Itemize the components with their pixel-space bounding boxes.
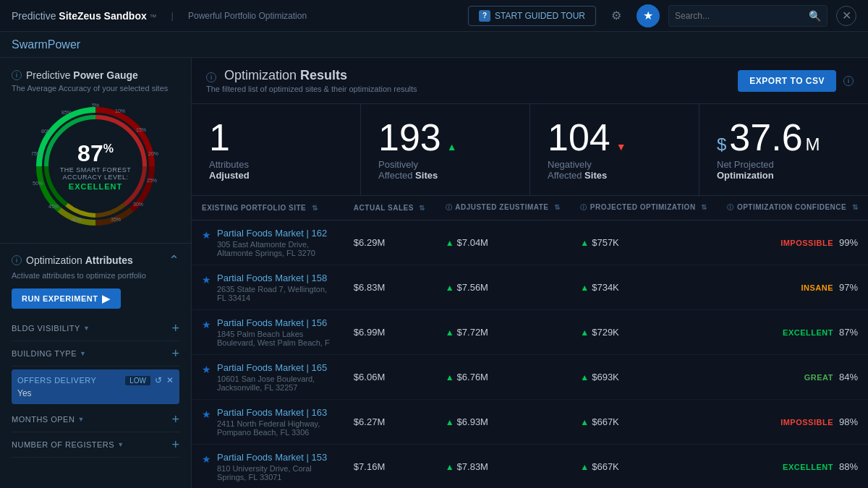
results-subtitle: The filtered list of optimized sites & t… (206, 85, 417, 93)
confidence-label-0: IMPOSSIBLE (780, 239, 833, 247)
attr-subtitle: Activate attributes to optimize portfoli… (12, 271, 179, 280)
site-name-cell-3: ★ Partial Foods Market | 165 10601 San J… (192, 355, 344, 400)
site-address-0: 305 East Altamonte Drive, Altamonte Spri… (217, 240, 333, 257)
star-icon-4[interactable]: ★ (202, 408, 211, 420)
stat-positively-affected: 193 ▲ Positively Affected Sites (361, 104, 530, 195)
user-icon-button[interactable]: ★ (637, 4, 660, 27)
settings-icon-button[interactable]: ⚙ (605, 4, 628, 27)
offers-delivery-reset-button[interactable]: ↺ (155, 375, 162, 385)
proj-trend-icon-0: ▲ (580, 238, 589, 248)
results-header-info-icon[interactable]: i (843, 76, 854, 86)
stat-label-4: Net Projected Optimization (717, 159, 851, 181)
star-icon-1[interactable]: ★ (202, 274, 211, 286)
attr-active-controls: LOW ↺ ✕ (125, 375, 174, 385)
run-experiment-button[interactable]: RUN EXPERIMENT ▶ (12, 288, 121, 309)
site-address-1: 2635 State Road 7, Wellington, FL 33414 (217, 285, 333, 302)
gauge-section-header: i Predictive Power Gauge (12, 69, 179, 81)
attr-title: Optimization Attributes (26, 254, 133, 266)
proj-value-2: $729K (592, 327, 619, 338)
stat-label-bottom-2: Sites (415, 170, 438, 181)
table-row: ★ Partial Foods Market | 156 1845 Palm B… (192, 310, 868, 355)
proj-value-1: $734K (592, 282, 619, 293)
adjusted-trend-icon-3: ▲ (446, 372, 454, 382)
stat-value-4: 37.6 (729, 119, 802, 156)
attr-label-text-bldg-visibility: BLDG VISIBILITY (12, 324, 80, 333)
adjusted-value-1: $7.56M (457, 282, 488, 293)
site-name-cell-4: ★ Partial Foods Market | 163 2411 North … (192, 400, 344, 445)
adjusted-value-5: $7.83M (457, 461, 488, 472)
confidence-label-4: IMPOSSIBLE (780, 418, 833, 427)
site-name-3[interactable]: Partial Foods Market | 165 (217, 362, 333, 373)
add-months-open-button[interactable]: + (171, 413, 179, 426)
gauge-section: i Predictive Power Gauge The Average Acc… (0, 58, 191, 244)
adjusted-trend-icon-2: ▲ (446, 328, 454, 338)
proj-trend-icon-4: ▲ (580, 417, 589, 427)
stat-label-bottom-1: Adjusted (209, 170, 250, 181)
th-actual-sales[interactable]: ACTUAL SALES ⇅ (344, 196, 435, 221)
th-adjusted-zeustimate[interactable]: ⓘADJUSTED ZEUSTIMATE ⇅ (435, 196, 571, 221)
export-to-csv-button[interactable]: EXPORT TO CSV (738, 70, 836, 92)
guided-tour-button[interactable]: ? START GUIDED TOUR (468, 6, 596, 26)
secondary-bar: SwarmPower (0, 32, 868, 58)
stat-net-projected: $ 37.6 M Net Projected Optimization (699, 104, 868, 195)
offers-delivery-remove-button[interactable]: ✕ (166, 375, 174, 385)
site-name-0[interactable]: Partial Foods Market | 162 (217, 228, 333, 239)
th-existing-portfolio-site[interactable]: EXISTING PORTFOLIO SITE ⇅ (192, 196, 344, 221)
stat-label-top-3: Negatively (548, 159, 592, 170)
confidence-cell-3: GREAT 84% (717, 355, 868, 400)
svg-text:80%: 80% (41, 129, 51, 134)
star-icon-5[interactable]: ★ (202, 453, 211, 465)
star-icon-3[interactable]: ★ (202, 364, 211, 375)
star-icon-2[interactable]: ★ (202, 319, 211, 330)
chevron-icon-bldg-visibility: ▼ (83, 325, 90, 332)
attr-label-building-type: BUILDING TYPE ▼ (12, 349, 86, 358)
confidence-pct-5: 88% (839, 461, 858, 472)
th-info-icon-projected: ⓘ (580, 204, 587, 211)
star-icon-0[interactable]: ★ (202, 229, 211, 241)
attr-title-optimization: Optimization (26, 254, 82, 266)
svg-text:20%: 20% (148, 151, 158, 156)
add-number-registers-button[interactable]: + (171, 438, 179, 451)
gauge-container: 5% 10% 15% 20% 25% 30% 35% 40% 45% 50% 7… (12, 101, 179, 231)
site-address-4: 2411 North Federal Highway, Pompano Beac… (217, 419, 333, 437)
projected-optimization-0: ▲ $757K (570, 221, 717, 265)
site-name-2[interactable]: Partial Foods Market | 156 (217, 317, 333, 328)
table-row: ★ Partial Foods Market | 165 10601 San J… (192, 355, 868, 400)
attr-label-text-number-registers: NUMBER OF REGISTERS (12, 440, 114, 449)
gauge-info-icon[interactable]: i (12, 70, 22, 80)
add-bldg-visibility-button[interactable]: + (171, 322, 179, 335)
site-name-4[interactable]: Partial Foods Market | 163 (217, 407, 333, 418)
stat-label-top-4: Net Projected (717, 159, 774, 170)
sort-icon-confidence: ⇅ (852, 203, 859, 211)
confidence-label-5: EXCELLENT (783, 463, 833, 471)
site-address-2: 1845 Palm Beach Lakes Boulevard, West Pa… (217, 330, 333, 347)
search-input[interactable] (675, 11, 809, 21)
attr-collapse-icon[interactable]: ⌃ (169, 252, 179, 268)
adjusted-value-4: $6.93M (457, 416, 488, 427)
chevron-icon-number-registers: ▼ (117, 441, 124, 448)
svg-text:25%: 25% (147, 178, 157, 183)
th-projected-optimization[interactable]: ⓘPROJECTED OPTIMIZATION ⇅ (570, 196, 717, 221)
site-name-cell-2: ★ Partial Foods Market | 156 1845 Palm B… (192, 310, 344, 355)
projected-optimization-4: ▲ $667K (570, 400, 717, 445)
th-optimization-confidence[interactable]: ⓘOPTIMIZATION CONFIDENCE ⇅ (717, 196, 868, 221)
confidence-cell-0: IMPOSSIBLE 99% (717, 221, 868, 265)
proj-trend-icon-5: ▲ (580, 462, 589, 472)
attr-label-months-open: MONTHS OPEN ▼ (12, 415, 85, 424)
site-address-5: 810 University Drive, Coral Springs, FL … (217, 464, 333, 481)
brand-tm: ™ (150, 13, 157, 21)
right-panel: i Optimization Results The filtered list… (192, 58, 868, 488)
actual-sales-4: $6.27M (344, 400, 435, 445)
table-row: ★ Partial Foods Market | 158 2635 State … (192, 265, 868, 310)
close-button[interactable]: ✕ (836, 6, 856, 26)
add-building-type-button[interactable]: + (171, 347, 179, 360)
chevron-icon-months-open: ▼ (77, 416, 84, 423)
actual-sales-1: $6.83M (344, 265, 435, 310)
site-name-5[interactable]: Partial Foods Market | 153 (217, 452, 333, 463)
results-info-icon[interactable]: i (206, 72, 216, 82)
site-name-1[interactable]: Partial Foods Market | 158 (217, 273, 333, 283)
search-icon: 🔍 (809, 10, 821, 22)
results-table: EXISTING PORTFOLIO SITE ⇅ ACTUAL SALES ⇅… (192, 196, 868, 488)
attr-info-icon[interactable]: i (12, 255, 22, 265)
stat-label-mid-2: Affected (378, 170, 412, 181)
